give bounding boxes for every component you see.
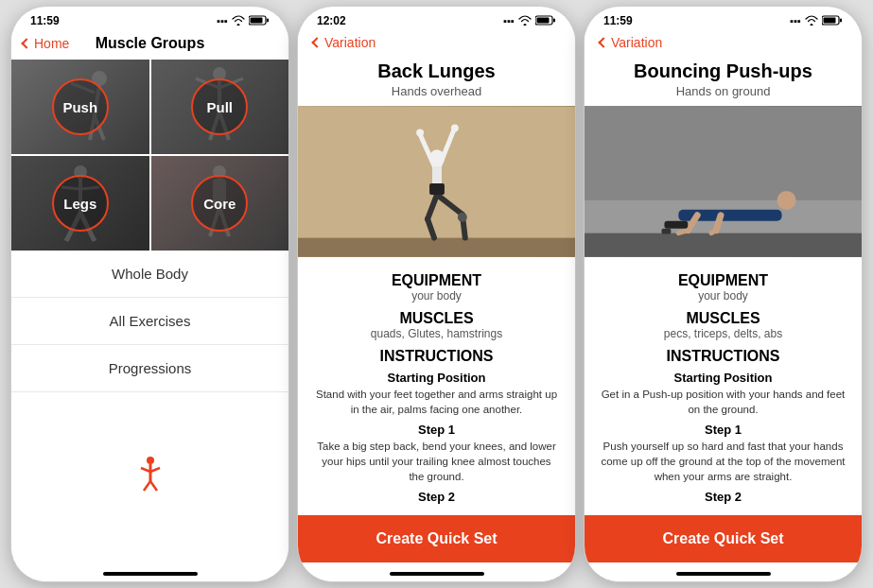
svg-rect-1 — [251, 17, 263, 23]
phone3: 11:59 ▪▪▪ — [584, 6, 863, 582]
phone2: 12:02 ▪▪▪ — [297, 6, 576, 582]
signal-icon-3: ▪▪▪ — [790, 15, 801, 26]
back-button-2[interactable]: Variation — [313, 35, 375, 50]
home-bar-3 — [676, 572, 771, 576]
home-indicator-1 — [11, 562, 288, 581]
svg-rect-50 — [824, 17, 836, 23]
core-cell[interactable]: Core — [151, 156, 289, 251]
menu-all-exercises[interactable]: All Exercises — [11, 298, 288, 345]
phones-container: 11:59 ▪▪▪ — [10, 6, 863, 582]
step-1-text-2: Take a big step back, bend your knees, a… — [313, 439, 560, 484]
muscles-value-2: quads, Glutes, hamstrings — [313, 327, 560, 340]
wifi-icon-3 — [805, 15, 818, 27]
cta-button-3[interactable]: Create Quick Set — [585, 515, 862, 562]
legs-cell[interactable]: Legs — [11, 156, 149, 251]
equipment-value-3: your body — [600, 289, 847, 303]
svg-line-58 — [678, 231, 688, 233]
step-1-text-3: Push yourself up so hard and fast that y… — [600, 439, 847, 484]
equipment-value-2: your body — [313, 289, 560, 303]
status-bar-2: 12:02 ▪▪▪ — [298, 7, 575, 31]
exercise-subtitle-2: Hands overhead — [313, 84, 560, 98]
back-button-1[interactable]: Home — [23, 36, 69, 51]
svg-rect-48 — [429, 183, 445, 195]
home-bar-2 — [390, 572, 484, 576]
muscles-heading-3: MUSCLES — [600, 310, 847, 327]
signal-icon: ▪▪▪ — [217, 15, 228, 26]
svg-rect-35 — [298, 238, 575, 257]
wifi-icon — [232, 15, 245, 27]
exercise-title-3: Bouncing Push-ups — [600, 60, 847, 82]
menu-whole-body[interactable]: Whole Body — [11, 251, 288, 298]
core-label: Core — [191, 175, 248, 232]
svg-rect-31 — [537, 17, 550, 23]
step-2-title-2: Step 2 — [313, 490, 560, 504]
back-chevron-2 — [311, 37, 322, 47]
svg-point-55 — [777, 191, 796, 210]
menu-progressions[interactable]: Progressions — [11, 345, 288, 392]
status-icons-3: ▪▪▪ — [790, 15, 843, 27]
app-icon — [131, 455, 169, 500]
status-icons-2: ▪▪▪ — [503, 15, 556, 27]
step-0-title-3: Starting Position — [600, 371, 847, 385]
signal-icon-2: ▪▪▪ — [503, 15, 515, 26]
svg-point-46 — [458, 213, 467, 222]
svg-rect-53 — [585, 107, 862, 200]
legs-label: Legs — [52, 175, 109, 232]
svg-point-41 — [451, 124, 459, 131]
exercise-image-3 — [585, 106, 862, 257]
home-indicator-2 — [298, 562, 575, 581]
time-3: 11:59 — [603, 14, 633, 27]
nav-title-1: Muscle Groups — [96, 35, 205, 52]
push-cell[interactable]: Push — [11, 60, 149, 154]
instructions-heading-3: INSTRUCTIONS — [600, 348, 847, 365]
app-icon-area — [11, 392, 288, 562]
exercise-header-2: Back Lunges Hands overhead — [298, 56, 575, 106]
exercise-subtitle-3: Hands on ground — [600, 84, 847, 98]
status-bar-1: 11:59 ▪▪▪ — [11, 7, 288, 31]
svg-rect-61 — [664, 221, 688, 229]
battery-icon — [249, 15, 270, 27]
app-logo-icon — [131, 455, 169, 493]
cta-button-2[interactable]: Create Quick Set — [298, 515, 575, 562]
exercise-title-2: Back Lunges — [313, 60, 560, 82]
muscle-group-grid: Push Pull — [11, 60, 288, 251]
exercise-content-3[interactable]: EQUIPMENT your body MUSCLES pecs, tricep… — [585, 257, 862, 515]
svg-line-60 — [711, 231, 716, 233]
battery-icon-2 — [535, 15, 556, 27]
svg-rect-62 — [661, 229, 671, 234]
wifi-icon-2 — [518, 15, 532, 27]
svg-rect-47 — [432, 166, 442, 185]
svg-line-28 — [144, 481, 150, 491]
exercise-image-2 — [298, 106, 575, 257]
pull-label: Pull — [191, 78, 248, 135]
muscles-heading-2: MUSCLES — [313, 310, 560, 327]
step-0-title-2: Starting Position — [313, 371, 560, 385]
menu-items: Whole Body All Exercises Progressions — [11, 251, 288, 392]
svg-rect-2 — [267, 18, 269, 22]
svg-line-59 — [716, 216, 721, 231]
pull-cell[interactable]: Pull — [151, 60, 289, 154]
phone1: 11:59 ▪▪▪ — [10, 6, 289, 582]
equipment-heading-3: EQUIPMENT — [600, 272, 847, 289]
exercise-content-2[interactable]: EQUIPMENT your body MUSCLES quads, Glute… — [298, 257, 575, 515]
back-chevron-3 — [598, 37, 608, 47]
equipment-heading-2: EQUIPMENT — [313, 272, 560, 289]
home-bar-1 — [103, 572, 198, 576]
step-0-text-3: Get in a Push-up position with your hand… — [600, 387, 847, 417]
time-2: 12:02 — [317, 14, 346, 27]
status-bar-3: 11:59 ▪▪▪ — [585, 7, 862, 31]
svg-point-24 — [147, 457, 154, 464]
exercise-nav-2: Variation — [298, 31, 575, 56]
status-icons-1: ▪▪▪ — [217, 15, 270, 27]
step-1-title-2: Step 1 — [313, 423, 560, 437]
muscles-value-3: pecs, triceps, delts, abs — [600, 327, 847, 340]
lunges-illustration — [298, 106, 575, 257]
step-2-title-3: Step 2 — [600, 490, 847, 504]
push-label: Push — [52, 78, 109, 135]
nav-bar-1: Home Muscle Groups — [11, 31, 288, 60]
time-1: 11:59 — [30, 14, 60, 27]
pushup-illustration — [585, 106, 862, 257]
back-button-3[interactable]: Variation — [600, 35, 662, 50]
step-1-title-3: Step 1 — [600, 423, 847, 437]
svg-rect-51 — [840, 18, 842, 22]
